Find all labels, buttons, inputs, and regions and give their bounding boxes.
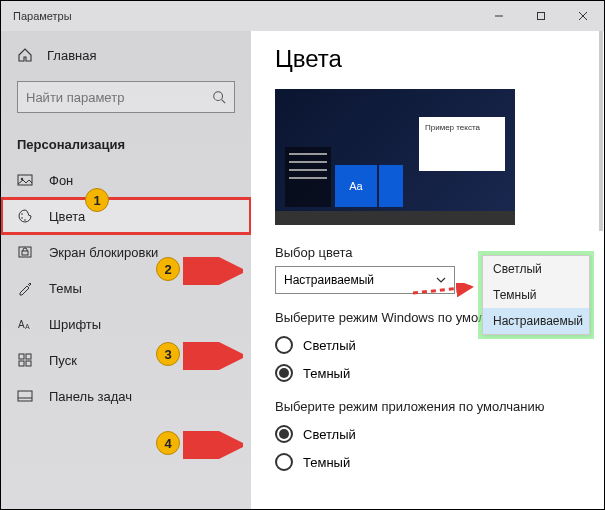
app-mode-dark[interactable]: Темный xyxy=(275,448,580,476)
preview-pane: Aa Пример текста xyxy=(275,89,515,225)
dropdown-option-custom[interactable]: Настраиваемый xyxy=(483,308,589,334)
dashed-arrow-icon xyxy=(411,283,481,303)
preview-tile: Aa xyxy=(335,165,377,207)
svg-line-26 xyxy=(413,287,471,293)
svg-rect-17 xyxy=(19,361,24,366)
preview-tile-small xyxy=(379,165,403,207)
nav-label: Цвета xyxy=(49,209,85,224)
svg-rect-15 xyxy=(19,354,24,359)
nav-label: Шрифты xyxy=(49,317,101,332)
radio-icon xyxy=(275,364,293,382)
svg-point-10 xyxy=(24,219,26,221)
start-icon xyxy=(17,352,33,368)
home-label: Главная xyxy=(47,48,96,63)
annotation-badge-2: 2 xyxy=(156,257,180,281)
minimize-button[interactable] xyxy=(478,1,520,31)
sidebar-item-fonts[interactable]: AA Шрифты xyxy=(1,306,251,342)
search-input[interactable] xyxy=(26,90,206,105)
dropdown-value: Настраиваемый xyxy=(284,273,374,287)
nav-label: Панель задач xyxy=(49,389,132,404)
scrollbar[interactable] xyxy=(599,31,603,231)
nav-label: Темы xyxy=(49,281,82,296)
window-title: Параметры xyxy=(13,10,72,22)
fonts-icon: AA xyxy=(17,316,33,332)
home-link[interactable]: Главная xyxy=(1,39,251,71)
annotation-badge-3: 3 xyxy=(156,342,180,366)
svg-rect-6 xyxy=(18,175,32,185)
maximize-button[interactable] xyxy=(520,1,562,31)
page-title: Цвета xyxy=(275,45,580,73)
nav-label: Экран блокировки xyxy=(49,245,158,260)
section-heading: Персонализация xyxy=(1,123,251,162)
svg-rect-18 xyxy=(26,361,31,366)
preview-taskbar xyxy=(275,211,515,225)
radio-label: Светлый xyxy=(303,427,356,442)
lockscreen-icon xyxy=(17,244,33,260)
themes-icon xyxy=(17,280,33,296)
app-mode-label: Выберите режим приложения по умолчанию xyxy=(275,399,580,414)
annotation-badge-1: 1 xyxy=(85,188,109,212)
dropdown-option-light[interactable]: Светлый xyxy=(483,256,589,282)
nav-label: Пуск xyxy=(49,353,77,368)
radio-icon xyxy=(275,425,293,443)
sidebar-item-colors[interactable]: Цвета xyxy=(1,198,251,234)
windows-mode-light[interactable]: Светлый xyxy=(275,331,580,359)
radio-label: Темный xyxy=(303,366,350,381)
titlebar: Параметры xyxy=(1,1,604,31)
preview-sidebar xyxy=(285,147,331,207)
taskbar-icon xyxy=(17,388,33,404)
search-box[interactable] xyxy=(17,81,235,113)
window-controls xyxy=(478,1,604,31)
svg-text:A: A xyxy=(25,323,30,330)
radio-label: Светлый xyxy=(303,338,356,353)
svg-rect-16 xyxy=(26,354,31,359)
radio-icon xyxy=(275,336,293,354)
nav-label: Фон xyxy=(49,173,73,188)
dropdown-options-popup: Светлый Темный Настраиваемый xyxy=(482,255,590,335)
sidebar-item-taskbar[interactable]: Панель задач xyxy=(1,378,251,414)
close-button[interactable] xyxy=(562,1,604,31)
svg-rect-12 xyxy=(22,251,28,255)
search-icon xyxy=(212,90,226,104)
arrow-icon xyxy=(183,342,243,370)
home-icon xyxy=(17,47,33,63)
dropdown-option-dark[interactable]: Темный xyxy=(483,282,589,308)
svg-point-8 xyxy=(21,213,23,215)
svg-text:A: A xyxy=(18,319,25,330)
radio-icon xyxy=(275,453,293,471)
radio-label: Темный xyxy=(303,455,350,470)
image-icon xyxy=(17,172,33,188)
annotation-badge-4: 4 xyxy=(156,431,180,455)
svg-point-4 xyxy=(214,92,223,101)
svg-rect-1 xyxy=(538,13,545,20)
svg-rect-19 xyxy=(18,391,32,401)
sidebar-item-background[interactable]: Фон xyxy=(1,162,251,198)
arrow-icon xyxy=(183,257,243,285)
app-mode-light[interactable]: Светлый xyxy=(275,420,580,448)
preview-window: Пример текста xyxy=(419,117,505,171)
svg-line-5 xyxy=(222,100,226,104)
windows-mode-dark[interactable]: Темный xyxy=(275,359,580,387)
palette-icon xyxy=(17,208,33,224)
svg-point-9 xyxy=(21,217,23,219)
arrow-icon xyxy=(183,431,243,459)
